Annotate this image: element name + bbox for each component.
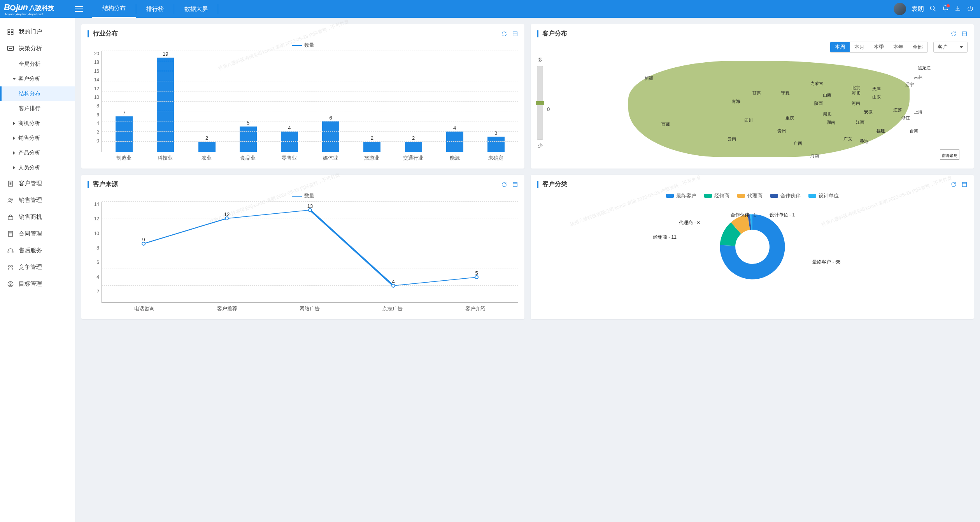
- svg-rect-7: [9, 181, 13, 186]
- user-area: 袁朗: [894, 3, 974, 15]
- nav-structure[interactable]: 结构分布: [0, 86, 75, 101]
- donut-chart: 最终客户 - 66 经销商 - 11 代理商 - 8 合作伙伴 - 1 设计单位…: [537, 204, 968, 290]
- seg-opt[interactable]: 本周: [830, 42, 850, 52]
- top-tabs: 结构分布 排行榜 数据大屏: [92, 0, 218, 18]
- search-icon[interactable]: [929, 5, 936, 13]
- nav-contract[interactable]: 合同管理: [0, 225, 75, 242]
- nav-goal[interactable]: 目标管理: [0, 276, 75, 292]
- user-name: 袁朗: [912, 5, 924, 13]
- card-title: 客户分类: [542, 180, 567, 188]
- card-title: 客户分布: [542, 30, 567, 38]
- tab-structure[interactable]: 结构分布: [92, 0, 136, 18]
- caret-icon: [13, 166, 15, 169]
- target-icon: [7, 281, 14, 288]
- nav-customer-mgr[interactable]: 客户管理: [0, 175, 75, 192]
- svg-rect-25: [962, 32, 967, 36]
- china-map[interactable]: 黑龙江吉林辽宁内蒙古北京天津河北山西山东河南陕西宁夏甘肃青海新疆西藏四川重庆湖北…: [554, 56, 968, 162]
- card-customer-dist: 客户分布 本周本月本季本年全部 客户 多 少 0 黑龙江吉林: [531, 24, 974, 169]
- building-icon: [7, 180, 14, 187]
- card-title: 行业分布: [93, 30, 118, 38]
- seg-opt[interactable]: 本月: [850, 42, 869, 52]
- users-icon: [7, 197, 14, 204]
- money-icon: [7, 214, 14, 221]
- svg-rect-23: [513, 32, 517, 36]
- brand-slogan: Anyone,Anytime,Anywhere!: [5, 12, 54, 16]
- bar-plot: 71925462243: [102, 51, 518, 152]
- svg-point-18: [9, 265, 11, 267]
- main-content: 杭州八骏科技有限公司xcrm2 袁朗 2023-05-23 内部资料，不可外泄 …: [75, 18, 980, 522]
- nav-portal[interactable]: 我的门户: [0, 23, 75, 40]
- topbar: Bjun 八骏科技 Anyone,Anytime,Anywhere! 结构分布 …: [0, 0, 980, 18]
- caret-icon: [13, 137, 15, 140]
- entity-select[interactable]: 客户: [933, 42, 968, 53]
- map-filters: 本周本月本季本年全部 客户: [537, 42, 968, 53]
- menu-toggle-icon[interactable]: [75, 5, 83, 13]
- nav-product-analysis[interactable]: 产品分析: [0, 146, 75, 160]
- download-icon[interactable]: [954, 5, 961, 13]
- refresh-icon[interactable]: [501, 181, 507, 188]
- card-industry: 杭州八骏科技有限公司xcrm2 袁朗 2023-05-23 内部资料，不可外泄 …: [81, 24, 524, 169]
- pie-legend: 最终客户经销商代理商合作伙伴设计单位: [537, 192, 968, 199]
- svg-rect-3: [11, 29, 13, 31]
- sidebar: 我的门户 决策分析 全局分析 客户分析 结构分布 客户排行 商机分析 销售分析 …: [0, 18, 75, 522]
- grid-icon: [7, 28, 14, 35]
- svg-point-12: [11, 199, 13, 200]
- svg-point-0: [930, 6, 934, 10]
- nav-global-analysis[interactable]: 全局分析: [0, 57, 75, 72]
- line-plot: 9121345: [102, 202, 518, 303]
- time-segment: 本周本月本季本年全部: [830, 42, 928, 53]
- chevron-down-icon: [959, 46, 963, 48]
- seg-opt[interactable]: 本年: [889, 42, 908, 52]
- x-axis: 电话咨询客户推荐网络广告杂志广告客户介绍: [102, 303, 518, 312]
- svg-point-11: [9, 198, 11, 200]
- expand-icon[interactable]: [961, 31, 968, 37]
- chart-icon: [7, 45, 14, 52]
- svg-rect-2: [8, 29, 10, 31]
- refresh-icon[interactable]: [501, 31, 507, 37]
- nav-analysis[interactable]: 决策分析: [0, 40, 75, 57]
- nav-staff-analysis[interactable]: 人员分析: [0, 160, 75, 175]
- chart-legend: 数量: [88, 192, 518, 199]
- bell-icon[interactable]: [942, 5, 949, 13]
- brand-main: Bjun: [4, 2, 28, 12]
- nav-sales-mgr[interactable]: 销售管理: [0, 192, 75, 209]
- avatar[interactable]: [894, 3, 906, 15]
- compete-icon: [7, 264, 14, 271]
- svg-rect-5: [11, 32, 13, 34]
- nav-customer-rank[interactable]: 客户排行: [0, 101, 75, 116]
- svg-point-19: [11, 265, 13, 267]
- nav-sales-opp[interactable]: 销售商机: [0, 209, 75, 225]
- expand-icon[interactable]: [961, 181, 968, 188]
- power-icon[interactable]: [967, 5, 974, 13]
- svg-line-1: [934, 9, 936, 11]
- seg-opt[interactable]: 本季: [869, 42, 889, 52]
- refresh-icon[interactable]: [950, 181, 957, 188]
- document-icon: [7, 230, 14, 237]
- seg-opt[interactable]: 全部: [908, 42, 927, 52]
- svg-point-22: [10, 284, 11, 285]
- svg-rect-27: [513, 182, 517, 186]
- expand-icon[interactable]: [512, 181, 518, 188]
- expand-icon[interactable]: [512, 31, 518, 37]
- nav-compete[interactable]: 竞争管理: [0, 259, 75, 276]
- tab-datascreen[interactable]: 数据大屏: [174, 0, 218, 18]
- brand-logo: Bjun 八骏科技 Anyone,Anytime,Anywhere!: [4, 2, 54, 16]
- nav-opportunity-analysis[interactable]: 商机分析: [0, 116, 75, 131]
- x-axis: 制造业科技业农业食品业零售业媒体业旅游业交通行业能源未确定: [102, 152, 518, 162]
- nav-sales-analysis[interactable]: 销售分析: [0, 131, 75, 146]
- y-axis: 20181614121086420: [88, 51, 99, 152]
- refresh-icon[interactable]: [950, 31, 957, 37]
- card-customer-category: 杭州八骏科技有限公司xcrm2 袁朗 2023-05-23 内部资料，不可外泄 …: [531, 175, 974, 319]
- caret-icon: [13, 122, 15, 125]
- headset-icon: [7, 247, 14, 254]
- card-customer-source: 杭州八骏科技有限公司xcrm2 袁朗 2023-05-23 内部资料，不可外泄 …: [81, 175, 524, 319]
- svg-point-20: [8, 281, 13, 287]
- caret-icon: [13, 78, 16, 80]
- nav-customer-analysis[interactable]: 客户分析: [0, 72, 75, 86]
- tab-ranking[interactable]: 排行榜: [136, 0, 174, 18]
- svg-rect-17: [12, 251, 13, 253]
- nav-aftersales[interactable]: 售后服务: [0, 242, 75, 259]
- brand-cn: 八骏科技: [29, 5, 54, 11]
- svg-rect-4: [8, 32, 10, 34]
- scale-slider[interactable]: [537, 66, 543, 140]
